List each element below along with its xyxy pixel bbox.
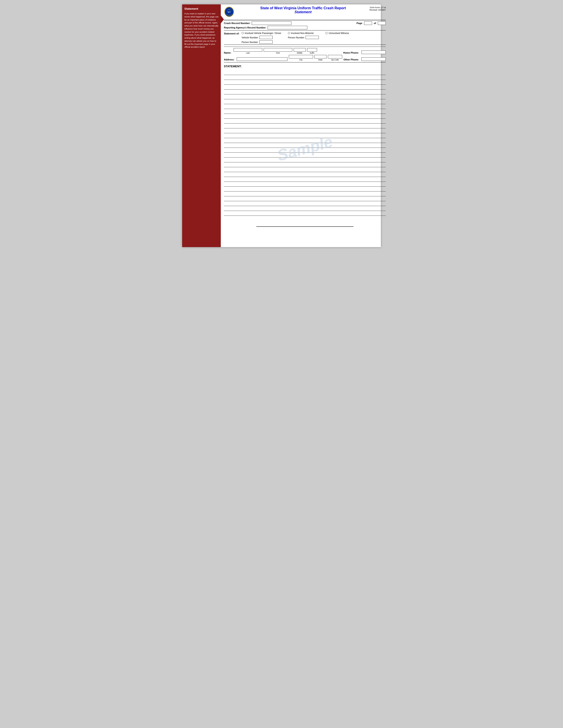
writing-line bbox=[224, 99, 386, 104]
form-info: DOH Form: 17-st bbox=[369, 6, 386, 9]
address-row: Address: City State Zip Code Other Phone… bbox=[224, 55, 386, 61]
vehicle-number-input[interactable] bbox=[259, 36, 273, 39]
radio-label-1: Involved Vehicle Passenger / Driver bbox=[244, 32, 281, 34]
writing-line bbox=[224, 138, 386, 143]
of-label: of bbox=[374, 22, 376, 24]
radio-circle-1[interactable] bbox=[241, 32, 244, 34]
person-number-input-2[interactable] bbox=[306, 36, 319, 39]
writing-line bbox=[224, 143, 386, 148]
writing-line bbox=[224, 196, 386, 201]
page-label: Page bbox=[357, 22, 362, 24]
reporting-agency-label: Reporting Agency's Record Number: bbox=[224, 26, 266, 29]
writing-line bbox=[224, 206, 386, 211]
other-phone-input[interactable] bbox=[362, 57, 386, 61]
statement-of-row: Statement of: Involved Vehicle Passenger… bbox=[224, 32, 386, 44]
signature-line bbox=[256, 222, 354, 227]
vehicle-number-row: Vehicle Number: bbox=[241, 36, 281, 39]
writing-line bbox=[224, 153, 386, 158]
state-sublabel: State bbox=[315, 59, 327, 61]
radio-label-2: Involved Non-Motorist bbox=[291, 32, 314, 34]
name-address-section: Name: Last First Middle Suffix Home bbox=[224, 47, 386, 61]
person-number-row-2: Person Number: bbox=[288, 36, 319, 39]
writing-line bbox=[224, 172, 386, 177]
addr-city-input[interactable] bbox=[289, 55, 313, 58]
col-uninvolved-witness: Uninvolved Witness bbox=[326, 32, 349, 34]
addr-zip-group: Zip Code bbox=[328, 55, 342, 61]
svg-text:WV: WV bbox=[227, 11, 231, 13]
addr-main-input[interactable] bbox=[237, 57, 288, 61]
first-sublabel: First bbox=[263, 52, 292, 54]
vehicle-number-label: Vehicle Number: bbox=[241, 36, 258, 39]
name-suffix-input[interactable] bbox=[307, 48, 317, 52]
home-phone-input[interactable] bbox=[362, 51, 386, 54]
person-number-input-1[interactable] bbox=[259, 40, 273, 44]
suffix-sublabel: Suffix bbox=[307, 52, 317, 54]
writing-line bbox=[224, 85, 386, 90]
name-middle-input[interactable] bbox=[294, 48, 306, 52]
radio-involved-vehicle: Involved Vehicle Passenger / Driver bbox=[241, 32, 281, 34]
person-number-label-1: Person Number: bbox=[241, 41, 258, 43]
writing-line bbox=[224, 94, 386, 99]
crash-record-label: Crash Record Number: bbox=[224, 22, 250, 24]
radio-uninvolved-witness: Uninvolved Witness bbox=[326, 32, 349, 34]
last-sublabel: Last bbox=[233, 52, 262, 54]
sidebar-arrow bbox=[221, 15, 224, 23]
reporting-agency-input[interactable] bbox=[267, 26, 307, 29]
addr-main-group bbox=[237, 57, 288, 61]
writing-line bbox=[224, 75, 386, 80]
writing-line bbox=[224, 177, 386, 182]
addr-zip-input[interactable] bbox=[328, 55, 342, 58]
name-last-group: Last bbox=[233, 48, 262, 54]
writing-line bbox=[224, 211, 386, 216]
crash-record-input[interactable] bbox=[252, 21, 292, 25]
writing-line bbox=[224, 80, 386, 85]
reporting-agency-row: Reporting Agency's Record Number: bbox=[224, 26, 386, 29]
writing-line bbox=[224, 133, 386, 138]
writing-line bbox=[224, 124, 386, 128]
page-of-row: Page of bbox=[357, 21, 386, 25]
writing-line bbox=[224, 201, 386, 206]
header-title: State of West Virginia Uniform Traffic C… bbox=[237, 6, 369, 14]
writing-line bbox=[224, 70, 386, 75]
header: WV State of West Virginia Uniform Traffi… bbox=[224, 6, 386, 19]
writing-line bbox=[224, 128, 386, 133]
person-number-row-1: Person Number: bbox=[241, 40, 281, 44]
svg-point-5 bbox=[231, 11, 231, 11]
name-last-input[interactable] bbox=[233, 48, 262, 52]
other-phone-label: Other Phone: bbox=[344, 58, 359, 61]
name-first-input[interactable] bbox=[263, 48, 292, 52]
writing-line bbox=[224, 182, 386, 187]
radio-circle-3[interactable] bbox=[326, 32, 328, 34]
radio-label-3: Uninvolved Witness bbox=[329, 32, 349, 34]
middle-sublabel: Middle bbox=[294, 52, 306, 54]
revised-info: Revised: 02/2007 bbox=[369, 9, 386, 11]
name-row: Name: Last First Middle Suffix Home bbox=[224, 48, 386, 54]
statement-of-label: Statement of: bbox=[224, 32, 239, 35]
name-first-group: First bbox=[263, 48, 292, 54]
addr-state-input[interactable] bbox=[315, 55, 327, 58]
wv-seal-icon: WV bbox=[224, 7, 234, 19]
addr-state-group: State bbox=[315, 55, 327, 61]
writing-line bbox=[224, 119, 386, 124]
writing-lines: Sample bbox=[224, 70, 386, 227]
city-sublabel: City bbox=[289, 59, 313, 61]
radio-circle-2[interactable] bbox=[288, 32, 290, 34]
of-input[interactable] bbox=[378, 21, 386, 25]
sidebar-heading: Statement bbox=[184, 7, 218, 10]
header-info: DOH Form: 17-st Revised: 02/2007 bbox=[369, 6, 386, 11]
writing-line bbox=[224, 109, 386, 114]
sub-title: Statement bbox=[237, 10, 369, 14]
zip-sublabel: Zip Code bbox=[328, 59, 342, 61]
main-content: WV State of West Virginia Uniform Traffi… bbox=[221, 4, 389, 247]
person-number-label-2: Person Number: bbox=[288, 36, 305, 39]
addr-city-group: City bbox=[289, 55, 313, 61]
page-input[interactable] bbox=[364, 21, 372, 25]
writing-line bbox=[224, 187, 386, 191]
name-suffix-group: Suffix bbox=[307, 48, 317, 54]
writing-line bbox=[224, 148, 386, 153]
address-label: Address: bbox=[224, 58, 234, 61]
svg-point-4 bbox=[227, 11, 227, 11]
radio-non-motorist: Involved Non-Motorist bbox=[288, 32, 319, 34]
col-involved-vehicle: Involved Vehicle Passenger / Driver Vehi… bbox=[241, 32, 281, 44]
sidebar: Statement If you want to explain in your… bbox=[182, 4, 221, 247]
